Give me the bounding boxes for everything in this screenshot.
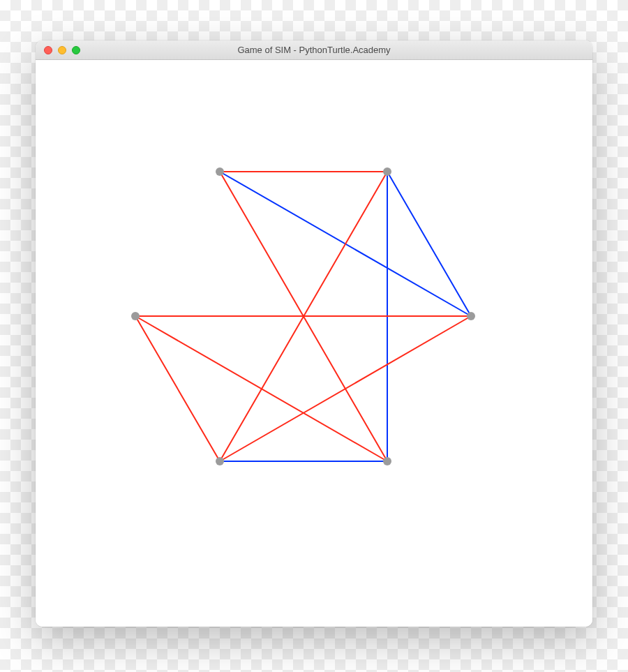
title-bar: Game of SIM - PythonTurtle.Academy (36, 40, 592, 60)
close-button[interactable] (44, 46, 52, 54)
edge-1-2[interactable] (387, 172, 471, 316)
window-controls (44, 46, 80, 54)
vertex-3[interactable] (383, 457, 391, 465)
vertex-1[interactable] (383, 167, 391, 176)
game-canvas[interactable] (36, 60, 592, 627)
game-svg (36, 60, 592, 627)
edge-2-4[interactable] (220, 316, 471, 461)
minimize-button[interactable] (58, 46, 66, 54)
maximize-button[interactable] (72, 46, 80, 54)
app-window: Game of SIM - PythonTurtle.Academy (36, 40, 592, 627)
vertex-2[interactable] (467, 312, 475, 320)
edge-4-5[interactable] (135, 316, 220, 461)
edge-3-5[interactable] (135, 316, 387, 461)
vertex-5[interactable] (131, 312, 140, 320)
vertex-4[interactable] (216, 457, 224, 465)
window-title: Game of SIM - PythonTurtle.Academy (36, 45, 592, 55)
edges-group (135, 172, 471, 461)
vertex-0[interactable] (216, 167, 224, 176)
